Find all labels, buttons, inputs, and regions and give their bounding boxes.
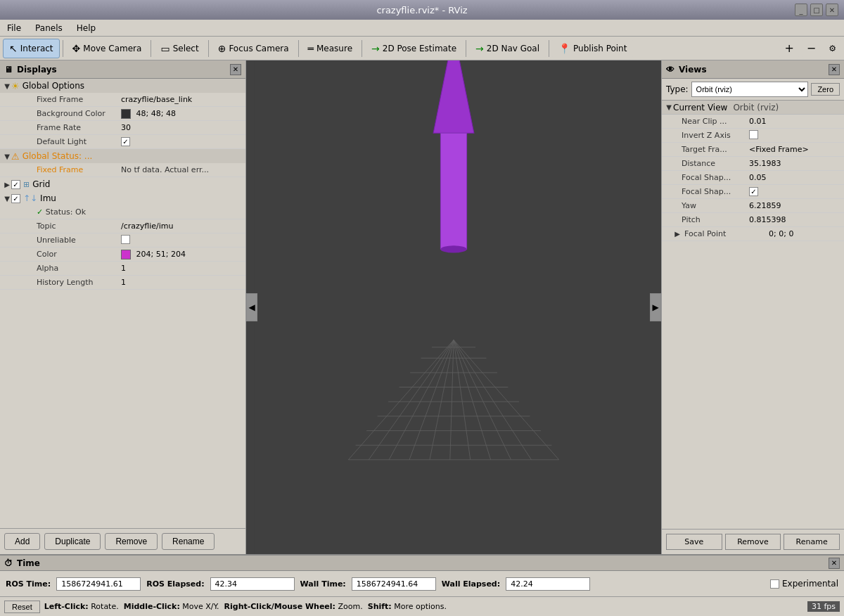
experimental-checkbox[interactable] (770, 579, 779, 589)
interact-button[interactable]: ↖ Interact (3, 39, 60, 58)
menu-file[interactable]: File (0, 22, 28, 34)
views-rename-button[interactable]: Rename (784, 534, 840, 550)
focal-shap-2-checkbox[interactable]: ✓ (749, 187, 758, 196)
views-zero-button[interactable]: Zero (811, 83, 840, 96)
add-tool-button[interactable]: + (779, 39, 798, 58)
pose-estimate-button[interactable]: → 2D Pose Estimate (365, 39, 463, 58)
near-clip-value: 0.01 (746, 117, 844, 126)
nav-goal-button[interactable]: → 2D Nav Goal (469, 39, 546, 58)
global-status-fixed-frame-row[interactable]: Fixed Frame No tf data. Actual err... (0, 163, 245, 177)
rename-button[interactable]: Rename (162, 533, 215, 550)
imu-topic-label: Topic (0, 222, 118, 231)
remove-tool-button[interactable]: − (802, 39, 821, 58)
invert-z-row[interactable]: Invert Z Axis (662, 129, 844, 143)
pitch-row[interactable]: Pitch 0.815398 (662, 213, 844, 227)
focal-shap-2-value: ✓ (746, 187, 844, 196)
grid-icon: ⊞ (23, 180, 30, 189)
focal-point-expand: ▶ (673, 230, 682, 238)
maximize-button[interactable]: □ (810, 4, 823, 16)
menu-panels[interactable]: Panels (28, 22, 70, 34)
imu-history-label: History Length (0, 278, 118, 287)
yaw-value: 6.21859 (746, 201, 844, 210)
select-label: Select (173, 44, 199, 53)
remove-button[interactable]: Remove (105, 533, 158, 550)
left-panel: 🖥 Displays ✕ ▼ ☀ Global Options Fixed Fr… (0, 60, 246, 554)
global-options-label: Global Options (23, 81, 84, 91)
close-button[interactable]: ✕ (826, 4, 838, 16)
imu-unreliable-row[interactable]: Unreliable (0, 233, 245, 248)
fps-badge: 31 fps (807, 601, 840, 612)
menubar: File Panels Help (0, 20, 844, 37)
views-type-select[interactable]: Orbit (rviz) (691, 82, 809, 97)
imu-color-label: Color (0, 250, 118, 259)
default-light-row[interactable]: Default Light ✓ (0, 135, 245, 149)
reset-button[interactable]: Reset (4, 601, 40, 613)
imu-unreliable-value (118, 235, 245, 246)
focal-shap-1-row[interactable]: Focal Shap... 0.05 (662, 171, 844, 185)
measure-label: Measure (316, 44, 352, 53)
displays-close-button[interactable]: ✕ (230, 64, 241, 75)
views-remove-button[interactable]: Remove (725, 534, 781, 550)
focus-camera-button[interactable]: ⊕ Focus Camera (212, 39, 295, 58)
global-status-expand: ▼ (3, 153, 11, 160)
wall-elapsed-value: 42.24 (506, 577, 590, 591)
viewport[interactable]: ◀ ▶ (246, 60, 661, 554)
imu-history-row[interactable]: History Length 1 (0, 276, 245, 290)
main-area: 🖥 Displays ✕ ▼ ☀ Global Options Fixed Fr… (0, 60, 844, 554)
minimize-button[interactable]: _ (795, 4, 807, 16)
settings-button[interactable]: ⚙ (824, 39, 841, 58)
3d-scene[interactable] (246, 60, 661, 554)
yaw-row[interactable]: Yaw 6.21859 (662, 199, 844, 213)
wall-time-label: Wall Time: (300, 579, 346, 589)
views-close-button[interactable]: ✕ (829, 64, 840, 75)
global-options-row[interactable]: ▼ ☀ Global Options (0, 79, 245, 93)
publish-point-button[interactable]: 📍 Publish Point (552, 39, 633, 58)
imu-alpha-row[interactable]: Alpha 1 (0, 262, 245, 276)
bg-color-label: Background Color (0, 109, 118, 118)
statusbar: Reset Left-Click: Rotate. Middle-Click: … (0, 596, 844, 616)
imu-checkbox[interactable]: ✓ (11, 194, 20, 203)
views-save-button[interactable]: Save (666, 534, 722, 550)
select-icon: ▭ (160, 43, 170, 54)
imu-alpha-label: Alpha (0, 264, 118, 273)
measure-button[interactable]: ═ Measure (302, 39, 359, 58)
near-clip-row[interactable]: Near Clip ... 0.01 (662, 115, 844, 129)
focal-point-row[interactable]: ▶ Focal Point 0; 0; 0 (662, 227, 844, 241)
yaw-label: Yaw (662, 201, 746, 210)
grid-row[interactable]: ▶ ✓ ⊞ Grid (0, 177, 245, 191)
global-status-row[interactable]: ▼ ⚠ Global Status: ... (0, 149, 245, 163)
window-controls: _ □ ✕ (795, 4, 838, 16)
imu-status-label: ✓ Status: Ok (0, 207, 118, 217)
focal-shap-2-row[interactable]: Focal Shap... ✓ (662, 185, 844, 199)
current-view-expand: ▼ (665, 103, 673, 111)
invert-z-value (746, 130, 844, 141)
distance-row[interactable]: Distance 35.1983 (662, 157, 844, 171)
target-frame-row[interactable]: Target Fra... <Fixed Frame> (662, 143, 844, 157)
select-button[interactable]: ▭ Select (154, 39, 205, 58)
focus-camera-label: Focus Camera (229, 44, 288, 53)
frame-rate-row[interactable]: Frame Rate 30 (0, 121, 245, 135)
time-close-button[interactable]: ✕ (829, 558, 840, 569)
fixed-frame-row[interactable]: Fixed Frame crazyflie/base_link (0, 93, 245, 107)
views-header: 👁 Views ✕ (662, 60, 844, 79)
move-camera-button[interactable]: ✥ Move Camera (66, 39, 148, 58)
imu-topic-row[interactable]: Topic /crazyflie/imu (0, 219, 245, 233)
imu-color-value: 204; 51; 204 (118, 250, 245, 259)
viewport-arrow-right[interactable]: ▶ (650, 293, 661, 321)
global-status-label: Global Status: ... (23, 151, 93, 161)
default-light-value: ✓ (118, 137, 245, 146)
imu-unreliable-checkbox[interactable] (121, 235, 130, 244)
experimental-label: Experimental (782, 579, 838, 589)
duplicate-button[interactable]: Duplicate (44, 533, 101, 550)
imu-row[interactable]: ▼ ✓ ↑↓ Imu (0, 191, 245, 205)
displays-panel-icon: 🖥 (4, 65, 13, 75)
default-light-checkbox[interactable]: ✓ (121, 137, 130, 146)
viewport-arrow-left[interactable]: ◀ (246, 293, 257, 321)
imu-color-row[interactable]: Color 204; 51; 204 (0, 248, 245, 262)
grid-checkbox[interactable]: ✓ (11, 180, 20, 189)
menu-help[interactable]: Help (70, 22, 103, 34)
invert-z-checkbox[interactable] (749, 130, 758, 139)
bg-color-row[interactable]: Background Color 48; 48; 48 (0, 107, 245, 121)
current-view-row[interactable]: ▼ Current View Orbit (rviz) (662, 101, 844, 115)
add-button[interactable]: Add (4, 533, 40, 550)
